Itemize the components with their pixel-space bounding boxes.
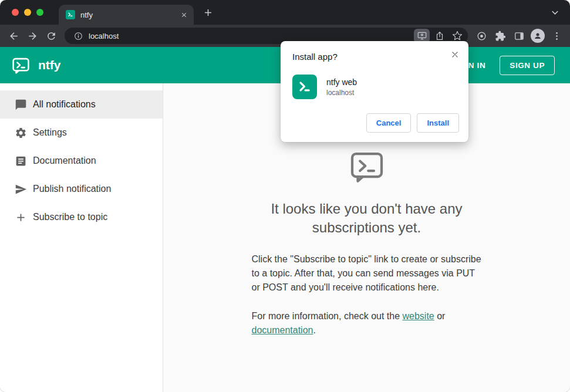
- tab-strip: ntfy: [0, 0, 570, 25]
- sidebar: All notifications Settings Documentation: [0, 83, 163, 392]
- dialog-actions: Cancel Install: [290, 113, 459, 133]
- new-tab-button[interactable]: [200, 4, 216, 21]
- chat-icon: [15, 99, 27, 111]
- install-icon: [417, 31, 427, 41]
- puzzle-icon: [495, 31, 506, 42]
- article-icon: [15, 155, 27, 167]
- empty-state-title: It looks like you don't have any subscri…: [252, 200, 482, 238]
- sidebar-item-settings[interactable]: Settings: [0, 119, 163, 147]
- site-info-button[interactable]: [72, 29, 85, 42]
- sidebar-item-label: Subscribe to topic: [33, 212, 107, 222]
- dialog-app-row: ntfy web localhost: [290, 62, 459, 104]
- sidebar-item-documentation[interactable]: Documentation: [0, 147, 163, 175]
- browser-tab[interactable]: ntfy: [59, 5, 194, 25]
- dialog-app-info: ntfy web localhost: [326, 77, 357, 97]
- chevron-down-icon: [549, 7, 561, 18]
- info-icon: [73, 31, 83, 41]
- sidebar-item-all-notifications[interactable]: All notifications: [0, 90, 163, 119]
- sidebar-item-label: Publish notification: [33, 184, 111, 194]
- sidebar-item-label: All notifications: [33, 99, 96, 110]
- back-button[interactable]: [5, 27, 22, 45]
- paragraph-text: .: [313, 325, 315, 335]
- ntfy-terminal-icon: [349, 149, 385, 184]
- extensions-menu-button[interactable]: [491, 27, 509, 45]
- traffic-lights: [0, 9, 49, 16]
- tab-title: ntfy: [80, 11, 173, 19]
- dialog-app-name: ntfy web: [326, 77, 357, 87]
- forward-button[interactable]: [23, 27, 41, 45]
- empty-state-links-paragraph: For more information, check out the webs…: [252, 309, 482, 337]
- back-arrow-icon: [8, 31, 19, 42]
- address-text: localhost: [89, 32, 414, 40]
- install-button[interactable]: Install: [417, 113, 459, 133]
- minimize-window-button[interactable]: [24, 9, 31, 16]
- browser-window: ntfy localhost: [0, 0, 570, 392]
- empty-state-paragraph: Click the "Subscribe to topic" link to c…: [252, 252, 482, 295]
- side-panel-button[interactable]: [510, 27, 528, 45]
- password-manager-button[interactable]: [473, 27, 490, 45]
- website-link[interactable]: website: [403, 311, 434, 321]
- paragraph-text: or: [434, 311, 446, 321]
- close-window-button[interactable]: [12, 9, 19, 16]
- send-icon: [15, 183, 27, 195]
- sidebar-item-publish-notification[interactable]: Publish notification: [0, 175, 163, 203]
- dialog-app-origin: localhost: [326, 89, 357, 97]
- close-icon: [451, 50, 459, 59]
- star-icon: [452, 31, 463, 41]
- share-icon: [434, 31, 445, 41]
- ntfy-app-icon: [292, 75, 317, 99]
- documentation-link[interactable]: documentation: [252, 325, 313, 335]
- sidebar-item-label: Settings: [33, 127, 67, 138]
- plus-icon: [15, 211, 27, 224]
- brand-title: ntfy: [38, 58, 61, 72]
- forward-arrow-icon: [27, 31, 38, 42]
- kebab-menu-icon: [551, 31, 562, 42]
- gear-icon: [15, 127, 27, 139]
- extension-icon: [476, 31, 487, 42]
- profile-button[interactable]: [531, 29, 545, 43]
- maximize-window-button[interactable]: [36, 9, 43, 16]
- ntfy-favicon-icon: [66, 10, 75, 19]
- plus-icon: [203, 7, 214, 18]
- sign-up-button[interactable]: SIGN UP: [500, 56, 555, 75]
- reload-button[interactable]: [42, 27, 60, 45]
- cancel-button[interactable]: Cancel: [366, 113, 412, 133]
- dialog-title: Install app?: [290, 50, 459, 62]
- tab-search-button[interactable]: [547, 4, 563, 21]
- sidebar-item-subscribe-to-topic[interactable]: Subscribe to topic: [0, 203, 163, 231]
- ntfy-logo-icon: [12, 56, 30, 75]
- install-app-dialog: Install app? ntfy web localhost Cancel I…: [281, 41, 468, 142]
- browser-menu-button[interactable]: [548, 27, 565, 45]
- reload-icon: [46, 31, 57, 42]
- dialog-close-button[interactable]: [449, 49, 461, 60]
- sidebar-item-label: Documentation: [33, 156, 96, 166]
- tab-close-icon[interactable]: [178, 9, 189, 20]
- side-panel-icon: [514, 31, 525, 42]
- avatar-icon: [533, 31, 542, 40]
- paragraph-text: For more information, check out the: [252, 311, 403, 321]
